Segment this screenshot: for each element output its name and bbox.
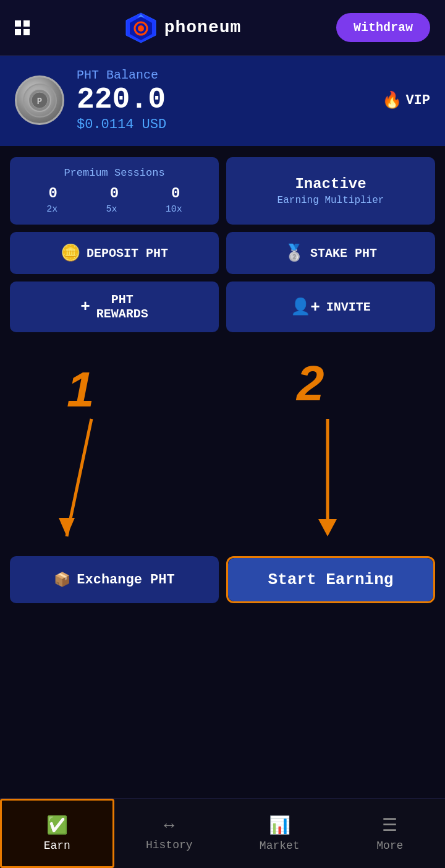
exchange-icon: 📦 — [54, 572, 70, 588]
exchange-button[interactable]: 📦 Exchange PHT — [10, 556, 219, 603]
premium-val-5x: 0 — [110, 185, 119, 202]
app-header: phoneum Withdraw — [0, 0, 445, 56]
balance-usd: $0.0114 USD — [77, 117, 370, 132]
pht-coin-icon: P — [15, 75, 64, 125]
deposit-icon: 🪙 — [61, 243, 80, 263]
stake-icon: 🥈 — [284, 243, 304, 263]
invite-label: INVITE — [326, 300, 371, 314]
premium-title: Premium Sessions — [22, 167, 206, 179]
logo-icon — [125, 12, 157, 44]
vip-badge: 🔥 VIP — [382, 90, 430, 110]
bottom-action-buttons: 📦 Exchange PHT Start Earning — [0, 549, 445, 611]
earn-label: Earn — [44, 840, 70, 852]
svg-point-3 — [138, 25, 144, 32]
svg-text:P: P — [37, 97, 42, 106]
premium-lbl-10x: 10x — [166, 204, 182, 215]
premium-lbl-5x: 5x — [106, 204, 117, 215]
annotation-area: 1 2 📦 Exchange PHT Start Earning — [0, 351, 445, 611]
balance-info: PHT Balance 220.0 $0.0114 USD — [77, 68, 370, 132]
multiplier-label: Earning Multiplier — [278, 195, 384, 206]
nav-earn[interactable]: ✅ Earn — [0, 799, 114, 868]
earning-multiplier-card: Inactive Earning Multiplier — [226, 157, 435, 225]
stake-label: STAKE PHT — [310, 246, 377, 260]
withdraw-button[interactable]: Withdraw — [336, 13, 430, 42]
market-icon: 📊 — [269, 815, 290, 836]
svg-text:2: 2 — [295, 356, 324, 411]
coin-inner: P — [23, 84, 57, 118]
multiplier-status: Inactive — [295, 176, 366, 192]
vip-label: VIP — [405, 93, 430, 108]
start-earning-button[interactable]: Start Earning — [228, 558, 433, 601]
top-grid: Premium Sessions 0 0 0 2x 5x 10x Inactiv… — [10, 157, 435, 225]
app-logo: phoneum — [125, 12, 242, 44]
bottom-nav: ✅ Earn ↔ History 📊 Market ☰ More — [0, 798, 445, 868]
nav-market[interactable]: 📊 Market — [224, 799, 335, 868]
action-grid-1: 🪙 DEPOSIT PHT 🥈 STAKE PHT — [10, 232, 435, 274]
svg-marker-10 — [59, 518, 75, 536]
svg-line-9 — [67, 419, 91, 536]
nav-more[interactable]: ☰ More — [335, 799, 446, 868]
premium-lbl-2x: 2x — [46, 204, 57, 215]
earn-icon: ✅ — [46, 815, 68, 836]
premium-val-2x: 0 — [48, 185, 57, 202]
premium-labels: 2x 5x 10x — [22, 204, 206, 215]
pht-rewards-button[interactable]: + PHTREWARDS — [10, 281, 219, 332]
nav-history[interactable]: ↔ History — [114, 799, 225, 868]
rewards-label: PHTREWARDS — [96, 293, 148, 321]
start-earning-wrapper: Start Earning — [226, 556, 435, 603]
menu-icon[interactable] — [15, 20, 30, 35]
premium-sessions-card: Premium Sessions 0 0 0 2x 5x 10x — [10, 157, 219, 225]
svg-text:1: 1 — [67, 362, 95, 417]
history-icon: ↔ — [164, 816, 174, 835]
more-icon: ☰ — [382, 815, 397, 836]
svg-marker-13 — [318, 519, 337, 536]
history-label: History — [146, 839, 193, 851]
deposit-button[interactable]: 🪙 DEPOSIT PHT — [10, 232, 219, 274]
action-grid-2: + PHTREWARDS 👤+ INVITE — [10, 281, 435, 332]
balance-amount: 220.0 — [77, 85, 370, 114]
invite-button[interactable]: 👤+ INVITE — [226, 281, 435, 332]
market-label: Market — [260, 840, 300, 852]
exchange-label: Exchange PHT — [77, 572, 174, 588]
premium-values: 0 0 0 — [22, 185, 206, 202]
premium-val-10x: 0 — [171, 185, 180, 202]
dashboard: Premium Sessions 0 0 0 2x 5x 10x Inactiv… — [0, 146, 445, 351]
balance-section: P PHT Balance 220.0 $0.0114 USD 🔥 VIP — [0, 56, 445, 146]
balance-label: PHT Balance — [77, 68, 370, 82]
deposit-label: DEPOSIT PHT — [87, 246, 168, 260]
invite-icon: 👤+ — [290, 297, 320, 317]
fire-icon: 🔥 — [382, 90, 402, 110]
more-label: More — [376, 840, 403, 852]
stake-button[interactable]: 🥈 STAKE PHT — [226, 232, 435, 274]
app-name: phoneum — [164, 18, 242, 37]
rewards-icon: + — [80, 298, 90, 316]
